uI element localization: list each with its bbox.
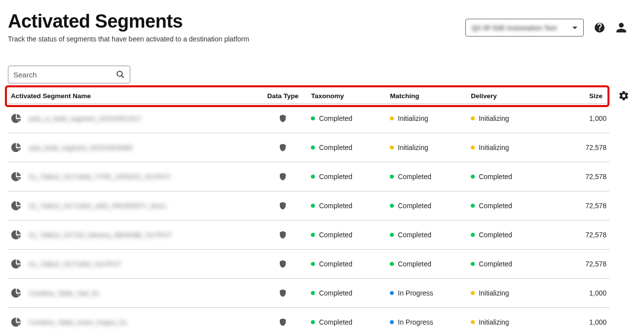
status-label: Completed [319,144,352,151]
help-icon[interactable] [594,22,606,34]
status-label: Completed [398,260,431,268]
status-cell: Initializing [390,144,465,151]
shield-icon [278,143,287,152]
table-header-row: Activated Segment Name Data Type Taxonom… [8,88,609,104]
segment-name: Combine_Table_Insert_Output_S1 [29,319,127,326]
status-dot-icon [390,291,394,295]
status-cell: Completed [390,173,465,181]
col-header-datatype[interactable]: Data Type [258,88,308,104]
pie-chart-icon [11,171,22,182]
status-cell: Completed [311,260,384,268]
table-row[interactable]: Combine_Table_Add_S1 Completed In Progre… [8,279,609,308]
shield-icon [278,230,287,240]
status-cell: Completed [390,202,465,210]
status-dot-icon [390,204,394,208]
search-input[interactable] [13,71,116,79]
col-header-size[interactable]: Size [549,88,609,104]
status-cell: Completed [311,289,384,297]
segment-name: auto_build_segment_202310016493 [29,144,133,151]
search-icon [116,70,125,79]
status-dot-icon [390,146,394,149]
pie-chart-icon [11,113,22,124]
table-row[interactable]: S2_TABLE_OCT1903_ADD_PROPERTY_NULL Compl… [8,191,609,221]
status-cell: Completed [390,231,465,239]
size-value: 72,578 [549,191,609,221]
status-label: Completed [479,173,512,181]
size-value: 72,578 [549,133,609,162]
account-selector-label: QA SF E2E Automation Test [472,24,557,32]
segment-name: Combine_Table_Add_S1 [29,290,100,297]
status-label: Completed [319,289,352,297]
table-row[interactable]: S1_TABLE_OCT20_Delivery_RENAME_OUTPUT Co… [8,221,609,250]
status-cell: In Progress [390,289,465,297]
pie-chart-icon [11,259,22,269]
status-dot-icon [311,233,315,237]
table-row[interactable]: Combine_Table_Insert_Output_S1 Completed… [8,308,609,333]
segment-name: S1_TABLE_OCT20_Delivery_RENAME_OUTPUT [29,231,172,239]
status-cell: Completed [311,202,384,210]
status-label: Completed [479,231,512,239]
shield-icon [278,201,287,211]
status-cell: Completed [311,173,384,181]
shield-icon [278,288,287,298]
size-value: 72,578 [549,221,609,250]
table-row[interactable]: auto_ui_build_segment_202310012417 Compl… [8,104,609,133]
status-cell: Completed [311,318,384,326]
size-value: 1,000 [549,279,609,308]
shield-icon [278,172,287,182]
status-cell: Initializing [471,114,546,122]
col-header-delivery[interactable]: Delivery [468,88,549,104]
status-cell: Completed [471,173,546,181]
search-input-wrapper[interactable] [8,66,130,83]
status-dot-icon [471,291,475,295]
segment-name: S1_TABLE_OCT1902_OUTPUT [29,260,121,268]
table-row[interactable]: S1_TABLE_OCT1902_OUTPUT Completed Comple… [8,250,609,279]
gear-icon[interactable] [618,90,629,101]
status-label: Initializing [479,318,509,326]
status-dot-icon [390,262,394,266]
segment-name: S1_TABLE_OCT1904_TYPE_UPDATE_OUTPUT [29,173,171,181]
account-selector[interactable]: QA SF E2E Automation Test [465,19,584,37]
status-cell: Completed [311,144,384,151]
pie-chart-icon [11,288,22,298]
status-label: Completed [319,173,352,181]
status-label: Initializing [398,144,428,151]
status-dot-icon [390,233,394,237]
status-cell: Initializing [471,289,546,297]
status-label: In Progress [398,318,433,326]
pie-chart-icon [11,317,22,328]
status-dot-icon [471,262,475,266]
shield-icon [278,259,287,269]
status-dot-icon [471,233,475,237]
user-icon[interactable] [615,22,627,34]
status-cell: Completed [311,231,384,239]
col-header-name[interactable]: Activated Segment Name [8,88,258,104]
col-header-taxonomy[interactable]: Taxonomy [308,88,387,104]
status-label: Completed [319,114,352,122]
status-label: Completed [319,260,352,268]
status-cell: Initializing [471,318,546,326]
pie-chart-icon [11,229,22,240]
status-label: Initializing [479,144,509,151]
status-dot-icon [390,116,394,120]
table-row[interactable]: auto_build_segment_202310016493 Complete… [8,133,609,162]
size-value: 1,000 [549,308,609,333]
status-label: Completed [319,231,352,239]
pie-chart-icon [11,142,22,153]
status-dot-icon [390,175,394,179]
status-dot-icon [471,320,475,324]
status-label: Completed [479,202,512,210]
col-header-matching[interactable]: Matching [387,88,468,104]
status-dot-icon [311,320,315,324]
status-dot-icon [311,146,315,149]
status-cell: In Progress [390,318,465,326]
status-dot-icon [390,320,394,324]
chevron-down-icon [572,27,577,29]
segment-name: S2_TABLE_OCT1903_ADD_PROPERTY_NULL [29,202,167,210]
status-dot-icon [471,116,475,120]
table-row[interactable]: S1_TABLE_OCT1904_TYPE_UPDATE_OUTPUT Comp… [8,162,609,191]
status-cell: Completed [311,114,384,122]
status-label: Completed [319,202,352,210]
status-dot-icon [311,204,315,208]
status-label: Completed [398,173,431,181]
